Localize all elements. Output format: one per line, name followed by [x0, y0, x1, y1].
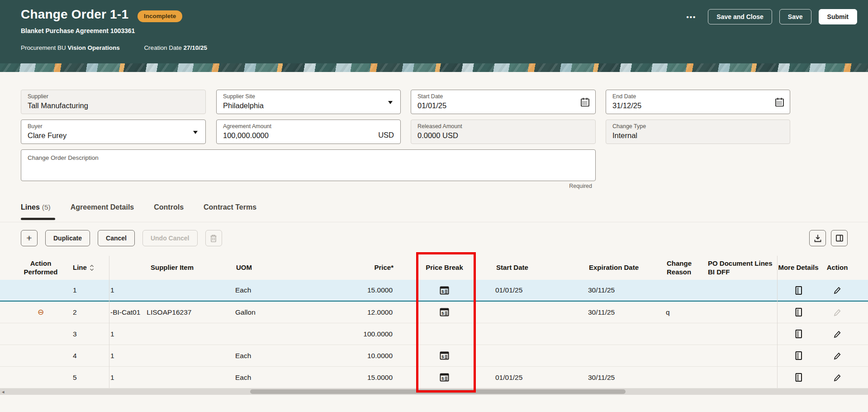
- agreement-amount-value: 100,000.0000: [223, 131, 394, 140]
- table-row[interactable]: 5 1 Each 15.0000 $ 01/01/25 30/11/25: [0, 367, 868, 388]
- currency-code: USD: [378, 131, 394, 139]
- cancel-line-button[interactable]: Cancel: [98, 230, 135, 246]
- supplier-site-field[interactable]: Supplier Site Philadelphia: [216, 90, 401, 114]
- buyer-value: Clare Furey: [28, 131, 199, 140]
- scroll-left-arrow-icon[interactable]: ◂: [2, 388, 5, 395]
- action-cell: [820, 351, 855, 360]
- buyer-label: Buyer: [28, 123, 199, 130]
- buyer-field[interactable]: Buyer Clare Furey: [21, 120, 206, 144]
- price-cell: 10.0000: [289, 352, 394, 360]
- more-details-icon[interactable]: [794, 373, 803, 382]
- table-row[interactable]: 4 1 Each 10.0000 $: [0, 345, 868, 367]
- expiration-date-cell: 30/11/25: [588, 374, 666, 382]
- sort-icon[interactable]: [89, 264, 95, 272]
- header-actions: ••• Save and Close Save Submit: [687, 9, 857, 24]
- price-cell: 12.0000: [289, 308, 394, 316]
- tab-lines[interactable]: Lines(5): [21, 203, 51, 211]
- table-header-row: Action Performed Line Supplier Item UOM …: [0, 256, 868, 280]
- horizontal-scrollbar-thumb[interactable]: [250, 389, 626, 394]
- download-button[interactable]: [809, 230, 826, 246]
- edit-pencil-icon[interactable]: [833, 373, 842, 382]
- price-break-cell: $: [394, 308, 495, 316]
- uom-cell: Gallon: [235, 308, 289, 316]
- table-row[interactable]: ⊖ 2 -BI-Cat01LISOAP16237 Gallon 12.0000 …: [0, 302, 868, 323]
- line-number: 4: [68, 352, 109, 360]
- tab-agreement-details[interactable]: Agreement Details: [71, 203, 134, 211]
- action-cell: [820, 330, 855, 339]
- calendar-icon[interactable]: [580, 97, 590, 108]
- start-date-label: Start Date: [417, 93, 589, 100]
- col-change-reason: Change Reason: [666, 259, 707, 277]
- procurement-bu-label: Procurement BU: [21, 44, 66, 51]
- price-break-cell: $: [394, 286, 495, 295]
- col-line[interactable]: Line: [68, 263, 109, 272]
- supplier-item-cell: 1: [109, 374, 235, 382]
- end-date-value: 31/12/25: [612, 101, 783, 110]
- edit-pencil-icon[interactable]: [833, 330, 842, 339]
- price-break-icon[interactable]: $: [440, 351, 449, 360]
- active-tab-underline: [21, 218, 55, 220]
- action-performed-cell: ⊖: [14, 308, 68, 316]
- more-details-icon[interactable]: [794, 351, 803, 360]
- more-details-cell: [777, 329, 820, 339]
- frozen-column-divider: [777, 256, 778, 388]
- more-details-icon[interactable]: [794, 286, 803, 295]
- tab-contract-terms[interactable]: Contract Terms: [204, 203, 256, 211]
- more-actions-icon[interactable]: •••: [687, 13, 697, 21]
- table-row[interactable]: 1 1 Each 15.0000 $ 01/01/25 30/11/25: [0, 280, 868, 302]
- line-number: 3: [68, 330, 109, 338]
- download-icon: [813, 234, 822, 243]
- price-break-icon[interactable]: $: [440, 286, 449, 295]
- more-details-cell: [777, 351, 820, 360]
- decorative-banner: [0, 63, 868, 72]
- uom-cell: Each: [235, 374, 289, 382]
- supplier-item-cell: 1: [109, 352, 235, 360]
- supplier-value: Tall Manufacturing: [28, 101, 199, 110]
- chevron-down-icon[interactable]: [388, 101, 393, 104]
- col-expiration-date: Expiration Date: [588, 263, 666, 272]
- tabs-divider: [0, 222, 868, 222]
- tab-controls[interactable]: Controls: [154, 203, 184, 211]
- more-details-icon[interactable]: [794, 307, 803, 317]
- save-button[interactable]: Save: [779, 9, 811, 24]
- creation-date-value: 27/10/25: [183, 44, 207, 51]
- uom-cell: Each: [235, 352, 289, 360]
- edit-pencil-icon[interactable]: [833, 351, 842, 360]
- change-order-description-field[interactable]: Change Order Description: [21, 149, 596, 181]
- more-details-cell: [777, 373, 820, 382]
- col-price-break: Price Break: [394, 263, 495, 272]
- calendar-icon[interactable]: [774, 97, 785, 108]
- add-line-button[interactable]: +: [21, 230, 38, 246]
- released-amount-value: 0.0000 USD: [417, 131, 589, 140]
- save-and-close-button[interactable]: Save and Close: [708, 9, 772, 24]
- table-row[interactable]: 3 1 100.0000: [0, 323, 868, 345]
- price-cell: 15.0000: [289, 374, 394, 382]
- edit-pencil-icon[interactable]: [833, 286, 842, 295]
- table-view-tools: [809, 230, 848, 246]
- start-date-value: 01/01/25: [417, 101, 589, 110]
- line-canceled-icon: ⊖: [38, 308, 44, 316]
- action-cell: [820, 373, 855, 382]
- manage-columns-button[interactable]: [831, 230, 848, 246]
- start-date-cell: 01/01/25: [495, 374, 588, 382]
- duplicate-button[interactable]: Duplicate: [45, 230, 90, 246]
- col-action: Action: [820, 263, 855, 272]
- columns-icon: [835, 234, 844, 243]
- start-date-field[interactable]: Start Date 01/01/25: [411, 90, 596, 114]
- submit-button[interactable]: Submit: [819, 9, 857, 24]
- end-date-field[interactable]: End Date 31/12/25: [606, 90, 790, 114]
- price-cell: 100.0000: [289, 330, 394, 338]
- price-break-icon[interactable]: $: [440, 308, 449, 316]
- start-date-cell: 01/01/25: [495, 286, 588, 294]
- price-break-icon[interactable]: $: [440, 373, 449, 382]
- col-price: Price*: [289, 263, 394, 272]
- line-number: 2: [68, 308, 109, 316]
- released-amount-label: Released Amount: [417, 123, 589, 130]
- agreement-amount-field[interactable]: Agreement Amount 100,000.0000 USD: [216, 120, 401, 144]
- header-meta: Procurement BU Vision Operations Creatio…: [21, 44, 207, 51]
- chevron-down-icon[interactable]: [193, 131, 198, 134]
- more-details-icon[interactable]: [794, 329, 803, 339]
- change-type-value: Internal: [612, 131, 783, 140]
- supplier-item-cell: 1: [109, 286, 235, 294]
- trash-icon: [209, 234, 218, 243]
